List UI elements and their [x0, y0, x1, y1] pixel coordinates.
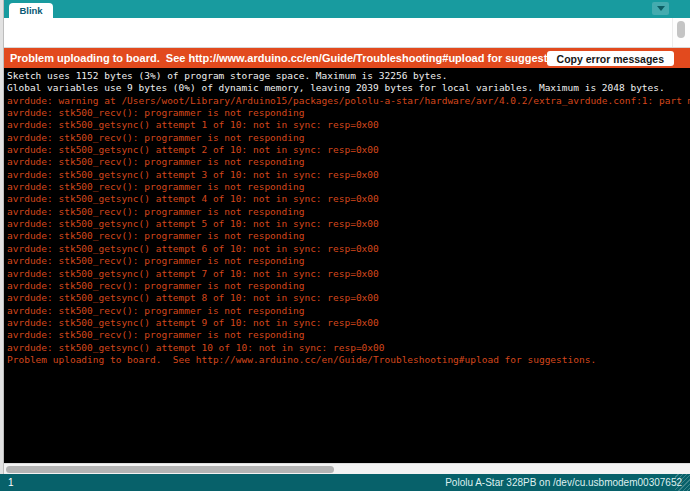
console-line: avrdude: stk500_recv(): programmer is no… [7, 305, 690, 317]
console-line: avrdude: stk500_recv(): programmer is no… [7, 230, 690, 242]
sketch-tab-bar: Blink [4, 0, 690, 18]
console-output: Sketch uses 1152 bytes (3%) of program s… [4, 68, 690, 462]
arduino-ide-window: Blink /* Blink Problem uploading to boar… [4, 0, 690, 463]
status-bar: 1 Pololu A-Star 328PB on /dev/cu.usbmode… [0, 474, 690, 491]
console-line: avrdude: stk500_recv(): programmer is no… [7, 181, 690, 193]
console-line: Global variables use 9 bytes (0%) of dyn… [7, 82, 690, 94]
console-horizontal-scrollbar-thumb[interactable] [6, 466, 334, 473]
upload-error-message: Problem uploading to board. See http://w… [10, 52, 573, 64]
console-line: avrdude: stk500_getsync() attempt 3 of 1… [7, 169, 690, 181]
console-line: avrdude: stk500_recv(): programmer is no… [7, 206, 690, 218]
board-port-info: Pololu A-Star 328PB on /dev/cu.usbmodem0… [445, 477, 682, 488]
console-line: avrdude: stk500_recv(): programmer is no… [7, 255, 690, 267]
console-line: avrdude: stk500_getsync() attempt 8 of 1… [7, 292, 690, 304]
console-line: avrdude: stk500_getsync() attempt 5 of 1… [7, 218, 690, 230]
console-line: avrdude: stk500_recv(): programmer is no… [7, 132, 690, 144]
console-line: avrdude: stk500_getsync() attempt 6 of 1… [7, 243, 690, 255]
console-line: avrdude: stk500_getsync() attempt 1 of 1… [7, 119, 690, 131]
resize-grip-icon[interactable] [675, 474, 690, 491]
console-line: avrdude: stk500_getsync() attempt 10 of … [7, 342, 690, 354]
console-line: avrdude: stk500_recv(): programmer is no… [7, 329, 690, 341]
console-line: avrdude: stk500_recv(): programmer is no… [7, 107, 690, 119]
console-line: Sketch uses 1152 bytes (3%) of program s… [7, 70, 690, 82]
code-editor[interactable]: /* Blink [4, 18, 690, 48]
cursor-line-number: 1 [8, 477, 14, 488]
copy-error-messages-button[interactable]: Copy error messages [547, 51, 674, 66]
tab-menu-button[interactable] [652, 2, 669, 15]
console-line: avrdude: stk500_recv(): programmer is no… [7, 280, 690, 292]
chevron-down-icon [657, 6, 665, 11]
tab-blink[interactable]: Blink [9, 3, 53, 18]
upload-error-banner: Problem uploading to board. See http://w… [4, 48, 690, 68]
editor-vertical-scrollbar[interactable] [672, 18, 690, 47]
console-line: avrdude: stk500_recv(): programmer is no… [7, 156, 690, 168]
console-line: avrdude: stk500_getsync() attempt 4 of 1… [7, 193, 690, 205]
console-line: avrdude: warning at /Users/woot/Library/… [7, 95, 690, 107]
console-line: avrdude: stk500_getsync() attempt 7 of 1… [7, 268, 690, 280]
console-horizontal-scrollbar[interactable] [4, 463, 690, 474]
console-line: Problem uploading to board. See http://w… [7, 354, 690, 366]
editor-vertical-scrollbar-thumb[interactable] [677, 21, 685, 38]
console-line: avrdude: stk500_getsync() attempt 9 of 1… [7, 317, 690, 329]
console-line: avrdude: stk500_getsync() attempt 2 of 1… [7, 144, 690, 156]
